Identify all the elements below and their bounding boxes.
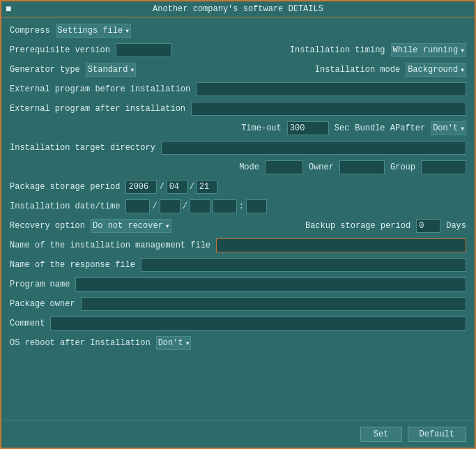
install-date-d3[interactable]	[190, 199, 210, 213]
install-datetime-row: Installation date/time / / :	[10, 199, 466, 214]
response-file-input[interactable]	[141, 258, 466, 272]
comment-input[interactable]	[50, 317, 466, 330]
target-dir-row: Installation target directory	[10, 140, 466, 155]
install-date-d1[interactable]	[125, 199, 150, 213]
response-file-row: Name of the response file	[10, 257, 466, 273]
compress-row: Compress Settings file ▼	[10, 23, 466, 38]
program-name-input[interactable]	[75, 277, 466, 291]
timeout-unit: Sec	[335, 123, 350, 133]
pkg-owner-row: Package owner	[10, 296, 466, 312]
owner-input[interactable]	[339, 160, 385, 174]
owner-label: Owner	[309, 162, 334, 172]
install-timing-arrow: ▼	[461, 47, 464, 54]
compress-arrow: ▼	[125, 28, 129, 34]
install-timing-dropdown[interactable]: While running ▼	[391, 43, 466, 57]
window-icon: ■	[6, 3, 11, 15]
group-input[interactable]	[421, 160, 466, 174]
content-area: Compress Settings file ▼ Prerequisite ve…	[1, 17, 475, 420]
install-date-d2[interactable]	[160, 199, 181, 213]
install-time-t1[interactable]	[213, 199, 237, 213]
mgmt-file-input[interactable]	[216, 238, 466, 252]
pkg-storage-year[interactable]	[125, 180, 157, 194]
program-name-label: Program name	[10, 280, 70, 289]
pkg-storage-label: Package storage period	[10, 182, 120, 192]
generator-mode-row: Generator type Standard ▼ Installation m…	[10, 62, 466, 77]
generator-dropdown[interactable]: Standard ▼	[86, 63, 136, 77]
ext-after-row: External program after installation	[10, 101, 466, 116]
ext-before-row: External program before installation	[10, 82, 466, 97]
os-reboot-arrow: ▼	[186, 340, 190, 347]
comment-label: Comment	[10, 319, 45, 328]
os-reboot-dropdown[interactable]: Don't ▼	[156, 336, 192, 350]
set-button[interactable]: Set	[360, 427, 402, 442]
prereq-input[interactable]	[116, 43, 171, 57]
timeout-bundle-row: Time-out Sec Bundle APafter Don't ▼	[10, 121, 466, 136]
comment-row: Comment	[10, 316, 466, 331]
pkg-owner-label: Package owner	[10, 299, 75, 309]
pkg-storage-date: / /	[125, 180, 217, 194]
compress-label: Compress	[10, 26, 50, 36]
timeout-label: Time-out	[241, 123, 282, 133]
program-name-row: Program name	[10, 277, 466, 292]
install-time-t2[interactable]	[246, 199, 267, 213]
backup-input[interactable]	[416, 219, 440, 233]
install-mode-value: Background	[408, 65, 458, 75]
pkg-owner-input[interactable]	[81, 297, 466, 311]
target-dir-label: Installation target directory	[10, 143, 155, 153]
prereq-timing-row: Prerequisite version Installation timing…	[10, 43, 466, 58]
ext-after-input[interactable]	[191, 102, 466, 116]
backup-label: Backup storage period	[305, 221, 410, 231]
target-dir-input[interactable]	[161, 141, 466, 155]
pkg-storage-row: Package storage period / /	[10, 179, 466, 195]
bundle-dropdown[interactable]: Don't ▼	[431, 121, 466, 135]
ext-after-label: External program after installation	[10, 104, 185, 114]
install-date-group: / / :	[125, 199, 267, 213]
bundle-arrow: ▼	[461, 125, 464, 132]
pkg-storage-month[interactable]	[167, 180, 187, 194]
generator-arrow: ▼	[130, 67, 134, 73]
ext-before-label: External program before installation	[10, 84, 190, 94]
bundle-value: Don't	[433, 123, 458, 133]
compress-value: Settings file	[58, 26, 123, 36]
os-reboot-label: OS reboot after Installation	[10, 338, 151, 348]
bundle-label: Bundle APafter	[355, 123, 425, 133]
backup-unit: Days	[446, 221, 466, 231]
recovery-backup-row: Recovery option Do not recover ▼ Backup …	[10, 218, 466, 234]
os-reboot-value: Don't	[158, 338, 183, 348]
mode-label: Mode	[239, 162, 259, 172]
generator-label: Generator type	[10, 65, 80, 75]
mode-input[interactable]	[265, 160, 303, 174]
recovery-label: Recovery option	[10, 221, 85, 231]
prereq-label: Prerequisite version	[10, 45, 110, 55]
title-bar: ■ Another company's software DETAILS	[1, 1, 475, 17]
timeout-input[interactable]	[287, 121, 329, 135]
ext-before-input[interactable]	[196, 82, 466, 96]
main-window: ■ Another company's software DETAILS Com…	[0, 0, 476, 449]
os-reboot-row: OS reboot after Installation Don't ▼	[10, 335, 466, 351]
mode-owner-group-row: Mode Owner Group	[10, 160, 466, 175]
pkg-storage-day[interactable]	[197, 180, 217, 194]
generator-value: Standard	[88, 65, 128, 75]
default-button[interactable]: Default	[408, 427, 466, 442]
install-timing-value: While running	[393, 45, 459, 55]
recovery-dropdown[interactable]: Do not recover ▼	[91, 219, 171, 233]
install-datetime-label: Installation date/time	[10, 201, 120, 211]
recovery-arrow: ▼	[166, 223, 169, 229]
response-file-label: Name of the response file	[10, 260, 135, 270]
install-mode-dropdown[interactable]: Background ▼	[406, 63, 466, 77]
window-title: Another company's software DETAILS	[153, 4, 323, 14]
install-timing-label: Installation timing	[290, 45, 385, 55]
install-mode-arrow: ▼	[461, 67, 464, 73]
mgmt-file-label: Name of the installation management file	[10, 241, 210, 250]
footer: Set Default	[1, 420, 475, 448]
compress-dropdown[interactable]: Settings file ▼	[56, 24, 131, 38]
install-mode-label: Installation mode	[315, 65, 400, 75]
recovery-value: Do not recover	[93, 221, 163, 231]
mgmt-file-row: Name of the installation management file	[10, 238, 466, 253]
group-label: Group	[390, 162, 415, 172]
